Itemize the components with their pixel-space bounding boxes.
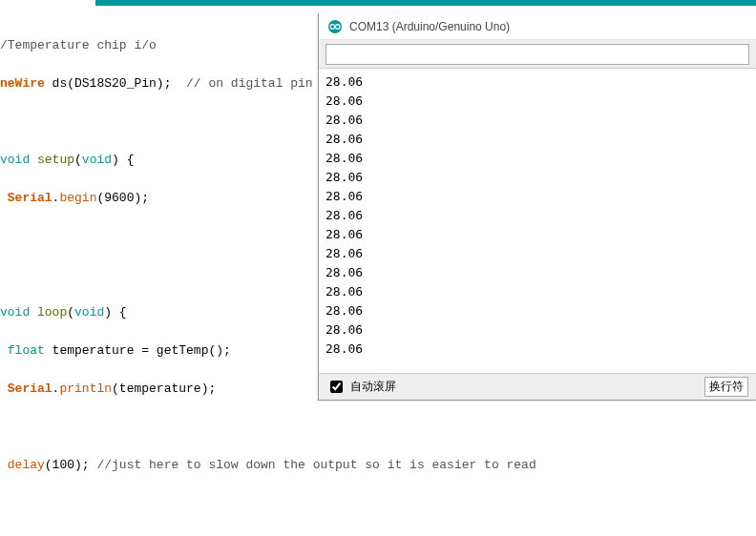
code-token: temperature = getTemp(); [45,343,231,358]
code-keyword: void [82,153,112,167]
code-keyword: void [0,305,30,320]
code-token: (9600); [96,191,149,205]
code-token: ds(DS18S20_Pin); [45,76,172,91]
autoscroll-toggle[interactable]: 自动滚屏 [326,378,396,396]
autoscroll-checkbox[interactable] [330,381,343,393]
code-token: ( [74,153,82,167]
code-object: Serial [0,381,52,396]
serial-output-area[interactable]: 28.06 28.06 28.06 28.06 28.06 28.06 28.0… [319,69,756,373]
serial-input-bar [319,40,756,69]
line-ending-select[interactable]: 换行符 [704,377,748,397]
serial-monitor-window: COM13 (Arduino/Genuino Uno) 28.06 28.06 … [318,13,756,401]
serial-titlebar[interactable]: COM13 (Arduino/Genuino Uno) [319,13,756,40]
code-comment: // on digital pin 2 [171,76,327,91]
code-token: neWire [0,76,45,91]
code-keyword: float [0,343,45,358]
code-object: Serial [0,191,52,205]
serial-bottom-bar: 自动滚屏 换行符 [319,373,756,400]
code-token: ) { [112,153,134,167]
serial-title-text: COM13 (Arduino/Genuino Uno) [349,20,510,33]
code-function-name: setup [30,153,74,167]
code-method: println [59,381,112,396]
editor-toolbar-stripe [95,0,756,6]
code-comment: //just here to slow down the output so i… [96,458,536,472]
code-token: (temperature); [112,381,216,396]
code-keyword: void [74,305,104,320]
serial-send-input[interactable] [326,44,749,65]
code-token: ) { [104,305,126,320]
code-comment: /Temperature chip i/o [0,38,157,52]
code-token: (100); [45,458,97,472]
code-keyword: void [0,153,30,167]
code-method: begin [59,191,96,205]
arduino-icon [327,19,343,34]
code-function-call: delay [0,458,45,472]
code-function-name: loop [30,305,67,320]
autoscroll-label: 自动滚屏 [350,379,396,395]
code-token: ( [67,305,74,320]
